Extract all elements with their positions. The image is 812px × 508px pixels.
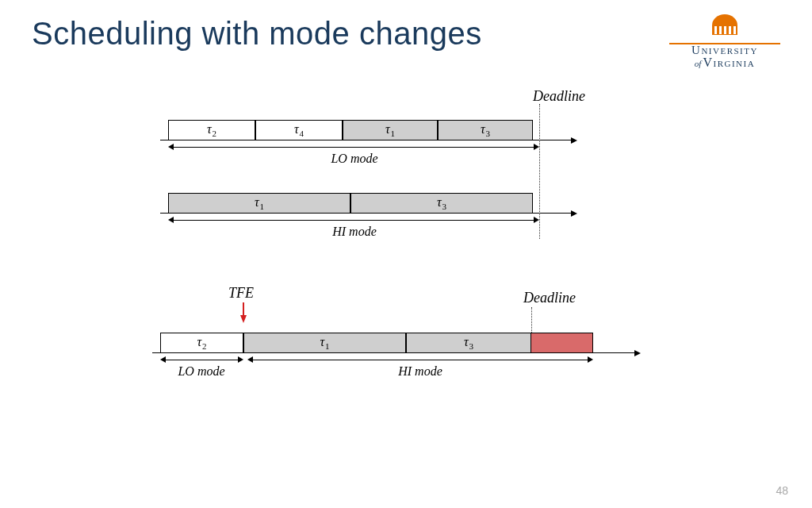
brace-hi-label: HI mode [332, 225, 377, 239]
task-tau3: τ3 [438, 120, 533, 140]
task-tau2: τ2 [168, 120, 255, 140]
rotunda-icon [707, 14, 742, 37]
task-tau4: τ4 [255, 120, 343, 140]
task-tau3-hi: τ3 [350, 193, 533, 214]
logo-of: of [695, 60, 702, 68]
brace-mix-lo-label: LO mode [178, 364, 224, 379]
deadline-label-2: Deadline [523, 290, 576, 306]
task-tau3-overflow [531, 333, 593, 353]
slide: Scheduling with mode changes University … [0, 0, 812, 508]
brace-lo: LO mode [160, 142, 557, 166]
svg-rect-3 [729, 26, 731, 34]
diagrams-area: Deadline τ2 τ4 τ1 τ3 LO mode [32, 99, 780, 401]
svg-rect-4 [733, 26, 736, 34]
task-tau2-mix: τ2 [160, 333, 243, 353]
uva-logo: University ofVirginia [669, 14, 780, 69]
brace-mix-hi-label: HI mode [398, 364, 442, 379]
logo-virginia: Virginia [703, 56, 755, 69]
timeline-hi: τ1 τ3 [160, 187, 557, 214]
diagram-block-bottom: TFE Deadline τ2 τ1 τ3 LO mode [152, 298, 660, 401]
tfe-arrow-head [240, 315, 247, 323]
tfe-label: TFE [228, 285, 254, 302]
task-tau3-mix: τ3 [406, 333, 531, 353]
svg-rect-1 [719, 26, 722, 34]
svg-rect-2 [724, 26, 726, 34]
logo-university: University [669, 44, 780, 56]
task-tau1-mix: τ1 [243, 333, 406, 353]
timeline-lo: τ2 τ4 τ1 τ3 [160, 114, 557, 140]
timeline-mixed: τ2 τ1 τ3 [152, 326, 620, 353]
brace-lo-label: LO mode [331, 152, 377, 166]
svg-rect-0 [714, 26, 717, 34]
brace-hi: HI mode [160, 215, 557, 239]
brace-mix: LO mode HI mode [152, 355, 620, 379]
diagram-block-top: Deadline τ2 τ4 τ1 τ3 LO mode [160, 99, 652, 250]
page-number: 48 [776, 484, 788, 497]
page-title: Scheduling with mode changes [32, 16, 780, 52]
task-tau1-hi: τ1 [168, 193, 350, 214]
deadline-label: Deadline [533, 88, 585, 105]
task-tau1: τ1 [343, 120, 438, 140]
